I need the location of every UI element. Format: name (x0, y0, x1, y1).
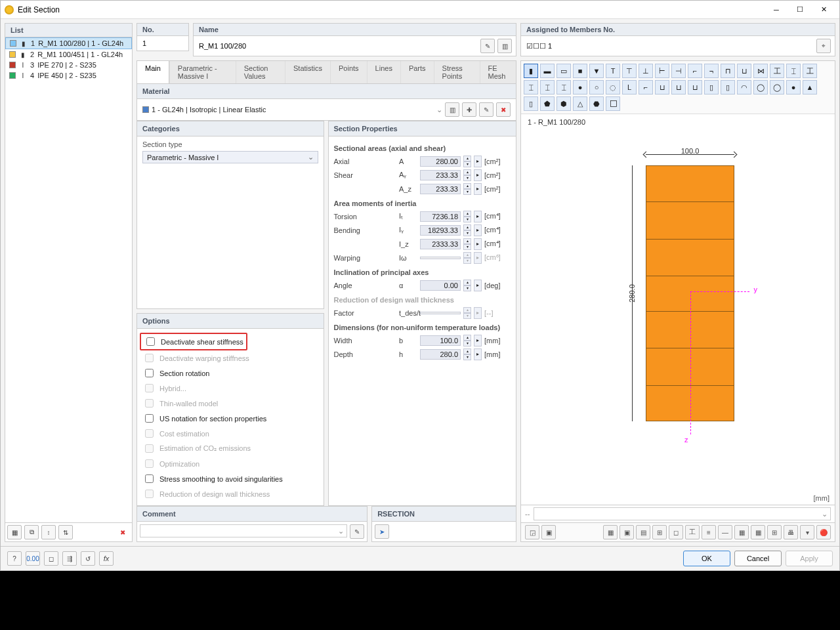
tab-lines[interactable]: Lines (367, 61, 400, 83)
shape-button[interactable]: ▲ (803, 80, 817, 94)
option-checkbox[interactable] (145, 474, 154, 483)
menu-arrow-icon[interactable]: ▸ (474, 211, 482, 222)
shape-button[interactable]: ◯ (753, 80, 768, 94)
shape-button[interactable]: ⌶ (786, 64, 801, 78)
menu-arrow-icon[interactable]: ▸ (474, 169, 482, 181)
spinner-icon[interactable]: ▴▾ (463, 335, 471, 346)
library-icon[interactable]: ▥ (497, 39, 512, 53)
spinner-icon[interactable]: ▴▾ (463, 183, 471, 195)
tab-statistics[interactable]: Statistics (285, 61, 330, 83)
shape-button[interactable]: ◠ (737, 80, 751, 94)
shape-button[interactable]: △ (573, 96, 587, 111)
list-item[interactable]: ▮ 1 R_M1 100/280 | 1 - GL24h (5, 37, 132, 49)
material-new-icon[interactable]: ✚ (462, 102, 476, 117)
shape-button[interactable]: 🞎 (606, 96, 620, 111)
prop-value[interactable]: 0.00 (420, 280, 461, 291)
menu-arrow-icon[interactable]: ▸ (474, 183, 482, 195)
material-dropdown-icon[interactable]: ⌄ (436, 106, 442, 114)
view-tool-icon[interactable]: 🔴 (816, 525, 831, 539)
prop-value[interactable]: 2333.33 (420, 239, 461, 249)
shape-button[interactable]: ◌ (606, 80, 620, 94)
shape-button[interactable]: ⬣ (589, 96, 604, 111)
view-tool-icon[interactable]: ▦ (751, 525, 765, 539)
shape-button[interactable]: ⌐ (639, 80, 653, 94)
menu-arrow-icon[interactable]: ▸ (474, 335, 482, 346)
maximize-button[interactable]: ☐ (788, 3, 812, 17)
new-icon[interactable]: ▦ (7, 525, 22, 539)
spinner-icon[interactable]: ▴▾ (463, 211, 471, 222)
shape-button[interactable]: ⌶ (540, 80, 555, 94)
option-row[interactable]: Stress smoothing to avoid singularities (142, 471, 318, 486)
shape-button[interactable]: ▯ (704, 80, 719, 94)
tab-section-values[interactable]: Section Values (236, 61, 285, 83)
view-tool-icon[interactable]: ⊞ (767, 525, 782, 539)
shape-button[interactable]: 工 (770, 64, 784, 78)
list-item[interactable]: I 3 IPE 270 | 2 - S235 (5, 60, 132, 70)
prop-value[interactable]: 7236.18 (420, 211, 461, 222)
renumber-icon[interactable]: ⇅ (58, 525, 73, 539)
shape-button[interactable]: ○ (589, 80, 604, 94)
shape-button[interactable]: ⊢ (655, 64, 669, 78)
cancel-button[interactable]: Cancel (734, 551, 782, 566)
shape-button[interactable]: T (606, 64, 620, 78)
shape-button[interactable]: ⊔ (655, 80, 669, 94)
prop-value[interactable]: 100.0 (420, 335, 461, 346)
view-tool-icon[interactable]: ≡ (702, 525, 716, 539)
view-tool-icon[interactable]: ▾ (800, 525, 814, 539)
prop-value[interactable]: 18293.33 (420, 225, 461, 236)
name-input[interactable] (198, 41, 478, 51)
comment-input[interactable]: ⌄ (140, 524, 347, 537)
shape-button[interactable]: ▮ (524, 64, 538, 78)
tab-main[interactable]: Main (137, 61, 169, 83)
shape-button[interactable]: ⋈ (753, 64, 768, 78)
view-tool-icon[interactable]: ▤ (636, 525, 650, 539)
shape-button[interactable]: ⊓ (721, 64, 735, 78)
list-item[interactable]: I 4 IPE 450 | 2 - S235 (5, 70, 132, 81)
view-tool-icon[interactable]: 🖶 (784, 525, 798, 539)
minimize-button[interactable]: ─ (765, 3, 788, 17)
prop-value[interactable]: 233.33 (420, 184, 461, 194)
ok-button[interactable]: OK (683, 551, 730, 566)
units-icon[interactable]: 0.00 (26, 551, 40, 566)
shape-button[interactable]: ■ (573, 64, 587, 78)
shape-button[interactable]: ⊤ (622, 64, 637, 78)
shape-button[interactable]: ● (786, 80, 801, 94)
shape-button[interactable]: ▯ (524, 96, 538, 111)
view-tool-icon[interactable]: — (718, 525, 732, 539)
spinner-icon[interactable]: ▴▾ (463, 348, 471, 360)
option-row[interactable]: Section rotation (142, 366, 318, 381)
option-row[interactable]: US notation for section properties (142, 411, 318, 426)
option-checkbox[interactable] (145, 414, 154, 423)
pick-icon[interactable]: ◻ (44, 551, 58, 566)
spinner-icon[interactable]: ▴▾ (463, 156, 471, 167)
view-tool-icon[interactable]: ◻ (669, 525, 683, 539)
shape-button[interactable]: ⬟ (540, 96, 555, 111)
sort-icon[interactable]: ↕ (41, 525, 56, 539)
prop-value[interactable]: 233.33 (420, 170, 461, 180)
tab-parametric-massive-i[interactable]: Parametric - Massive I (169, 61, 236, 83)
material-del-icon[interactable]: ✖ (496, 102, 511, 117)
shape-button[interactable]: ⊔ (671, 80, 686, 94)
prop-value[interactable]: 280.0 (420, 349, 461, 360)
spinner-icon[interactable]: ▴▾ (463, 280, 471, 291)
script-icon[interactable]: fx (99, 551, 114, 566)
shape-button[interactable]: ⌶ (556, 80, 571, 94)
menu-arrow-icon[interactable]: ▸ (474, 348, 482, 360)
close-button[interactable]: ✕ (812, 3, 835, 17)
menu-arrow-icon[interactable]: ▸ (474, 156, 482, 167)
tab-parts[interactable]: Parts (400, 61, 434, 83)
spinner-icon[interactable]: ▴▾ (463, 238, 471, 250)
option-checkbox[interactable] (145, 369, 154, 377)
spinner-icon[interactable]: ▴▾ (463, 169, 471, 181)
shape-button[interactable]: ⊣ (671, 64, 686, 78)
shape-button[interactable]: ▬ (540, 64, 555, 78)
tab-points[interactable]: Points (330, 61, 367, 83)
delete-icon[interactable]: ✖ (116, 525, 130, 539)
view-tool-icon[interactable]: ▣ (541, 525, 556, 539)
shape-button[interactable]: ⊔ (688, 80, 702, 94)
prop-value[interactable]: 280.00 (420, 156, 461, 167)
shape-button[interactable]: ¬ (704, 64, 719, 78)
shape-button[interactable]: ● (573, 80, 587, 94)
apply-button[interactable]: Apply (786, 551, 833, 566)
shape-button[interactable]: ◯ (770, 80, 784, 94)
